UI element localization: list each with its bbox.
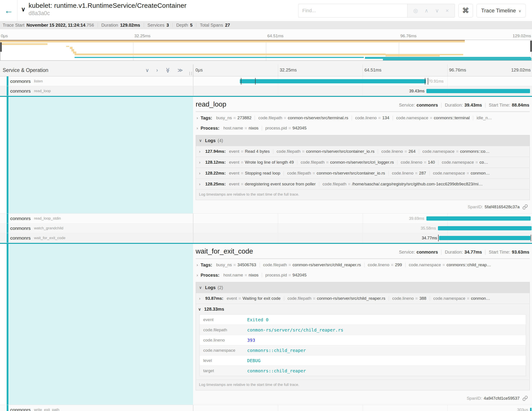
- field-key: level: [200, 358, 247, 363]
- back-button[interactable]: ←: [0, 0, 18, 21]
- span-bar[interactable]: [240, 79, 426, 83]
- next-result-icon[interactable]: ∨: [435, 8, 439, 14]
- span-bar-cell[interactable]: 39.69ms: [193, 214, 532, 223]
- axis-tick: 64.51ms: [364, 68, 382, 73]
- minimap-right-handle[interactable]: [530, 41, 532, 52]
- span-bar[interactable]: [439, 236, 531, 240]
- prev-result-icon[interactable]: ∧: [425, 8, 429, 14]
- chevron-down-icon: ∨: [199, 138, 202, 143]
- span-row-read-loop[interactable]: conmonrs read_loop 39.43ms: [0, 86, 532, 96]
- log-entry[interactable]: › 127.94ms: event=Read 4 bytes code.file…: [196, 146, 530, 157]
- copy-link-icon[interactable]: [522, 204, 528, 210]
- log-pair: event=Read 4 bytes: [229, 149, 270, 154]
- log-pair: event=deregistering event source from po…: [229, 182, 316, 186]
- process-label: Process:: [200, 273, 219, 278]
- span-bar-cell[interactable]: 35.58ms: [193, 223, 532, 233]
- process-row[interactable]: › Process: host.name=nixos process.pid=9…: [196, 123, 530, 133]
- divider: [378, 149, 378, 154]
- log-pair: event=Stopping read loop: [229, 171, 280, 176]
- log-entry[interactable]: › 128.12ms: event=Wrote log line of leng…: [196, 157, 530, 168]
- span-bar[interactable]: [530, 408, 531, 411]
- expand-collapse-controls: ∨ › ≫ ≫: [145, 67, 190, 73]
- table-row: target conmonrs::child_reaper: [200, 366, 526, 376]
- divider: [319, 182, 319, 186]
- divider: [441, 103, 441, 108]
- table-row: level DEBUG: [200, 355, 526, 366]
- trace-summary-bar: Trace Start November 15 2022, 11:24:14 .…: [0, 21, 532, 29]
- span-bar[interactable]: [426, 216, 531, 220]
- detail-title: wait_for_exit_code: [196, 247, 253, 255]
- span-bar[interactable]: [426, 89, 530, 93]
- field-value: 393: [247, 338, 255, 343]
- log-pair: code.lineno=140: [401, 160, 435, 165]
- collapse-trace-chevron-icon[interactable]: ∨: [21, 0, 26, 21]
- service-label: Service:: [399, 250, 415, 255]
- span-row-write-exit-path[interactable]: conmonrs write_exit_path 303μs: [0, 405, 532, 411]
- service-color-bar: [7, 97, 9, 213]
- process-pair: process.pid=942045: [265, 273, 307, 278]
- span-name-cell[interactable]: conmonrs wait_for_exit_code: [0, 233, 193, 243]
- service-color-bar: [7, 405, 9, 411]
- table-row: event Exited 0: [200, 315, 526, 325]
- log-timestamp: 128.22ms:: [205, 171, 226, 176]
- span-name-cell[interactable]: conmonrs watch_grandchild: [0, 223, 193, 233]
- log-entry[interactable]: › 93.87ms: event=Waiting for exit code c…: [196, 293, 530, 304]
- find-input[interactable]: [298, 4, 407, 18]
- expanded-log-header[interactable]: ∨ 128.33ms: [196, 304, 530, 314]
- trace-start-value: November 15 2022, 11:24:14: [26, 23, 86, 28]
- span-name-cell[interactable]: conmonrs listen: [0, 76, 193, 86]
- column-resize-grip[interactable]: [190, 72, 192, 75]
- detail-header: wait_for_exit_code Service:conmonrs Dura…: [196, 247, 530, 255]
- span-row-wait-for-exit-code[interactable]: conmonrs wait_for_exit_code 34.77ms: [0, 233, 532, 243]
- tags-label: Tags:: [200, 263, 212, 268]
- minimap-tick: 32.25ms: [134, 34, 151, 39]
- logs-header[interactable]: ∨ Logs (2): [196, 282, 530, 293]
- keyboard-shortcuts-button[interactable]: ⌘: [458, 4, 473, 18]
- minimap-canvas[interactable]: [0, 40, 532, 61]
- process-row[interactable]: › Process: host.name=nixos process.pid=9…: [196, 270, 530, 280]
- tags-row[interactable]: › Tags: busy_ns=273882 code.filepath=con…: [196, 113, 530, 123]
- span-name-cell[interactable]: conmonrs read_loop: [0, 86, 193, 96]
- log-timestamp: 128.25ms:: [205, 182, 226, 186]
- trace-start-label: Trace Start: [3, 23, 24, 28]
- span-row-listen[interactable]: conmonrs listen 70.91ms: [0, 76, 532, 86]
- span-id-row: SpanID: 4a947cfd1ce59537: [196, 393, 530, 402]
- span-bar-cell[interactable]: 34.77ms: [193, 233, 532, 243]
- start-time-label: Start Time:: [489, 103, 510, 108]
- locate-icon[interactable]: ◎: [413, 8, 418, 14]
- span-bar-cell[interactable]: 39.43ms: [193, 86, 532, 96]
- span-name-cell[interactable]: conmonrs write_exit_path: [0, 405, 193, 411]
- divider: [196, 258, 530, 259]
- logs-header[interactable]: ∨ Logs (4): [196, 135, 530, 146]
- collapse-all-icon[interactable]: ≫: [165, 68, 171, 73]
- divider: [196, 23, 196, 27]
- service-name: conmonrs: [10, 88, 31, 94]
- tags-row[interactable]: › Tags: busy_ns=34506763 code.filepath=c…: [196, 260, 530, 270]
- logs-count: (2): [218, 285, 223, 290]
- span-bar-cell[interactable]: 303μs: [193, 405, 532, 411]
- view-selector-button[interactable]: Trace Timeline ∨: [476, 4, 526, 18]
- span-bar-cell[interactable]: 70.91ms: [193, 76, 532, 86]
- divider: [429, 171, 430, 176]
- log-pair: code.namespace=conmon…: [433, 296, 490, 301]
- table-row: code.lineno 393: [200, 335, 526, 345]
- log-timestamp: 128.33ms: [204, 307, 224, 312]
- log-entry[interactable]: › 128.22ms: event=Stopping read loop cod…: [196, 168, 530, 178]
- span-row-watch-grandchild[interactable]: conmonrs watch_grandchild 35.58ms: [0, 223, 532, 233]
- span-id-value: 4a947cfd1ce59537: [484, 396, 520, 401]
- operation-name: read_loop_stdin: [34, 216, 61, 221]
- expand-one-icon[interactable]: ›: [156, 67, 158, 73]
- span-name-cell[interactable]: conmonrs read_loop_stdin: [0, 214, 193, 223]
- collapse-one-icon[interactable]: ∨: [145, 67, 149, 73]
- log-entry[interactable]: › 128.25ms: event=deregistering event so…: [196, 178, 530, 189]
- clear-search-icon[interactable]: ×: [446, 8, 449, 14]
- log-pair: code.filepath=conmon-rs/server/src/cri_l…: [301, 160, 394, 165]
- detail-indent-column: [0, 97, 193, 213]
- span-row-read-loop-stdin[interactable]: conmonrs read_loop_stdin 39.69ms: [0, 214, 532, 223]
- span-id-value: 5faf48165428c37a: [485, 205, 520, 209]
- span-bar[interactable]: [438, 226, 531, 230]
- chevron-right-icon: ›: [197, 126, 198, 131]
- copy-link-icon[interactable]: [522, 395, 528, 401]
- span-duration-label: 39.43ms: [409, 88, 424, 93]
- expand-all-icon[interactable]: ≫: [178, 67, 183, 73]
